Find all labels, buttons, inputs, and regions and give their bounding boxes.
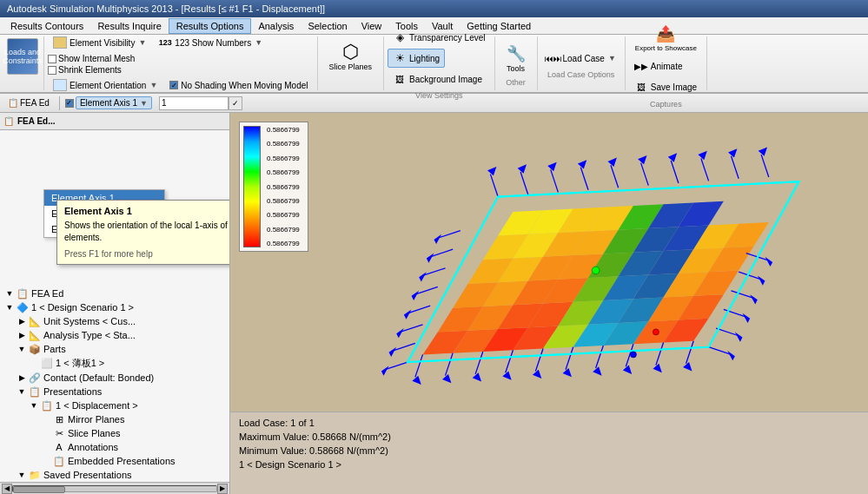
legend-val-5: 0.5866799 — [267, 197, 300, 205]
svg-marker-62 — [412, 291, 420, 300]
tree-expand-contact[interactable]: ▶ — [16, 373, 28, 382]
tree-item-mirror-planes[interactable]: ⊞Mirror Planes — [2, 412, 228, 426]
svg-line-73 — [551, 169, 559, 192]
element-visibility-btn[interactable]: Element Visibility ▼ — [48, 34, 151, 51]
tree-item-saved-presentations[interactable]: ▼📁Saved Presentations — [2, 468, 228, 482]
3d-visualization[interactable] — [317, 122, 859, 407]
tree-expand-parts[interactable]: ▼ — [16, 345, 28, 353]
tree-item-unit-systems[interactable]: ▶📐Unit Systems < Cus... — [2, 314, 228, 328]
show-internal-mesh-checkbox[interactable] — [48, 55, 56, 63]
lighting-icon: ☀ — [393, 51, 407, 65]
animate-icon: ▶▶ — [634, 60, 648, 74]
tree-expand-displacement-pres[interactable]: ▼ — [28, 401, 40, 410]
show-numbers-btn[interactable]: 123 123 Show Numbers ▼ — [153, 33, 268, 52]
svg-line-101 — [415, 354, 423, 377]
max-value-status: Maximum Value: 0.58668 N/(mm^2) — [239, 431, 859, 442]
slice-planes-btn[interactable]: ⬡ Slice Planes — [323, 38, 379, 75]
scrollbar-thumb[interactable] — [13, 486, 65, 493]
shrink-elements-row: Shrink Elements — [48, 65, 122, 75]
element-orientation-icon — [53, 79, 67, 91]
menu-results-inquire[interactable]: Results Inquire — [90, 19, 168, 33]
animate-btn[interactable]: ▶▶ Animate — [629, 57, 688, 76]
tree-icon-fea-ed: 📋 — [16, 287, 30, 300]
menu-view[interactable]: View — [354, 19, 389, 33]
tree-item-design-scenario[interactable]: ▼🔷1 < Design Scenario 1 > — [2, 300, 228, 314]
tree-label-annotations: Annotations — [68, 442, 118, 452]
fea-icon: 📋 — [8, 98, 18, 108]
scrollbar-track[interactable] — [12, 485, 217, 492]
tooltip-help: Press F1 for more help — [64, 249, 230, 259]
tree-item-embedded-pres[interactable]: 📋Embedded Presentations — [2, 454, 228, 468]
menu-results-options[interactable]: Results Options — [169, 18, 252, 34]
load-case-btn[interactable]: ⏮⏭ Load Case ▼ — [541, 49, 621, 68]
tree-label-analysis-type: Analysis Type < Sta... — [43, 330, 136, 340]
legend-gradient — [243, 126, 261, 247]
svg-marker-72 — [518, 164, 527, 173]
tree-item-part-1[interactable]: ⬜1 < 薄板1 > — [2, 356, 228, 371]
legend-val-2: 0.5866799 — [267, 155, 300, 162]
background-image-icon: 🖼 — [393, 72, 407, 86]
tree-expand-saved-presentations[interactable]: ▼ — [16, 471, 28, 479]
tree-expand-presentations[interactable]: ▼ — [16, 387, 28, 396]
svg-line-67 — [438, 231, 461, 239]
svg-marker-92 — [735, 332, 743, 341]
tree-expand-fea-ed[interactable]: ▼ — [3, 289, 16, 298]
element-orientation-btn[interactable]: Element Orientation ▼ — [48, 76, 162, 94]
svg-line-109 — [535, 348, 543, 371]
element-axis-btn[interactable]: Element Axis 1 ▼ — [76, 96, 152, 109]
tree-item-presentations[interactable]: ▼📋Presentations — [2, 385, 228, 398]
no-shading-checkbox[interactable]: ✓ — [169, 81, 178, 89]
save-image-btn[interactable]: 🖼 Save Image — [629, 78, 702, 97]
tree-item-contact[interactable]: ▶🔗Contact (Default: Bonded) — [2, 371, 228, 385]
value-input[interactable] — [159, 96, 229, 110]
tree-label-fea-ed: FEA Ed — [31, 288, 63, 299]
lighting-btn[interactable]: ☀ Lighting — [388, 49, 445, 68]
load-case-section: ⏮⏭ Load Case ▼ Load Case Options — [538, 36, 626, 90]
fea-ed-btn[interactable]: 📋 FEA Ed — [3, 96, 54, 109]
no-shading-btn[interactable]: ✓ No Shading When Moving Model — [164, 78, 313, 93]
tree-label-contact: Contact (Default: Bonded) — [43, 372, 154, 383]
tree-item-parts[interactable]: ▼📦Parts — [2, 342, 228, 356]
tree-item-annotations[interactable]: AAnnotations — [2, 440, 228, 454]
tree-label-mirror-planes: Mirror Planes — [68, 414, 124, 425]
tree-expand-analysis-type[interactable]: ▶ — [16, 331, 28, 339]
legend-val-8: 0.5866799 — [267, 240, 300, 247]
tooltip-title: Element Axis 1 — [64, 206, 230, 216]
tree-item-fea-ed[interactable]: ▼📋FEA Ed — [2, 287, 228, 300]
tree-item-analysis-type[interactable]: ▶📐Analysis Type < Sta... — [2, 328, 228, 342]
shrink-elements-checkbox[interactable] — [48, 66, 56, 75]
tree-item-displacement-pres[interactable]: ▼📋1 < Displacement > — [2, 398, 228, 412]
tools-btn[interactable]: 🔧 Tools — [499, 40, 533, 76]
svg-line-53 — [385, 362, 407, 370]
other-section: 🔧 Tools Other — [495, 36, 538, 90]
svg-marker-106 — [473, 372, 481, 381]
menu-analysis[interactable]: Analysis — [251, 19, 301, 33]
svg-marker-78 — [608, 158, 617, 167]
transparency-btn[interactable]: ◈ Transparency Level — [388, 28, 490, 47]
svg-line-91 — [716, 328, 739, 336]
checkmark-btn[interactable]: ✓ — [229, 96, 242, 110]
tree-icon-presentations: 📋 — [28, 385, 42, 398]
tree-label-presentations: Presentations — [43, 386, 102, 397]
tree-expand-unit-systems[interactable]: ▶ — [16, 317, 28, 326]
element-axis-checkbox[interactable]: ✓ — [65, 99, 74, 108]
svg-marker-58 — [396, 328, 404, 338]
menu-results-contours[interactable]: Results Contours — [3, 19, 90, 33]
captures-section: 📤 Export to Showcase ▶▶ Animate 🖼 Save I… — [626, 36, 707, 90]
tree-label-design-scenario: 1 < Design Scenario 1 > — [31, 302, 134, 313]
tree-label-slice-planes-sub: Slice Planes — [68, 428, 121, 438]
background-image-btn[interactable]: 🖼 Background Image — [388, 69, 487, 89]
legend-val-7: 0.5866799 — [267, 226, 300, 234]
scroll-left-btn[interactable]: ◀ — [2, 484, 12, 494]
tree-item-slice-planes-sub[interactable]: ✂Slice Planes — [2, 426, 228, 440]
svg-marker-60 — [404, 309, 412, 319]
svg-line-89 — [709, 347, 732, 355]
scroll-right-btn[interactable]: ▶ — [217, 484, 228, 494]
slice-planes-icon: ⬡ — [340, 42, 361, 63]
menu-selection[interactable]: Selection — [301, 19, 354, 33]
export-showcase-btn[interactable]: 📤 Export to Showcase — [629, 20, 703, 56]
horizontal-scrollbar[interactable]: ◀ ▶ — [0, 482, 229, 494]
tree-expand-design-scenario[interactable]: ▼ — [3, 303, 16, 312]
loads-group: Loads andConstraints — [2, 36, 44, 90]
svg-marker-86 — [728, 148, 737, 157]
